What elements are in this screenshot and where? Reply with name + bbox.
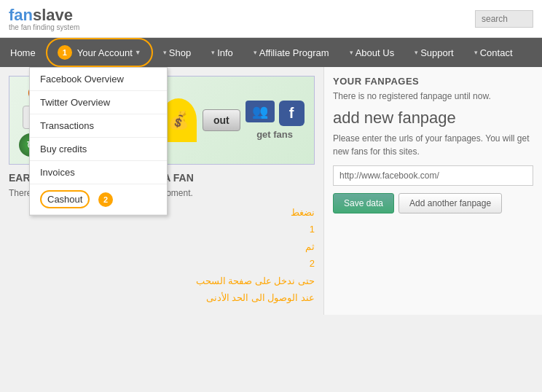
account-dropdown: Facebook Overview Twitter Overview Trans… xyxy=(29,67,168,216)
nav-item-shop[interactable]: ▾ Shop xyxy=(153,38,201,67)
navigation: Home 1 Your Account ▼ ▾ Shop ▾ Info ▾ Af… xyxy=(0,38,542,67)
nav-item-affiliate[interactable]: ▾ Affiliate Program xyxy=(243,38,339,67)
dropdown-twitter-overview[interactable]: Twitter Overview xyxy=(30,91,167,114)
dropdown-facebook-overview[interactable]: Facebook Overview xyxy=(30,68,167,91)
chevron-down-icon: ▾ xyxy=(254,49,257,56)
arabic-line-6: عند الوصول الى الحد الأدنى xyxy=(9,289,315,306)
nav-label-affiliate: Affiliate Program xyxy=(259,47,329,58)
arabic-line-3: ثم xyxy=(9,238,315,255)
facebook-icon: f xyxy=(279,101,305,126)
nav-item-your-account[interactable]: 1 Your Account ▼ xyxy=(46,38,153,67)
arabic-line-2: 1 xyxy=(9,221,315,238)
fanpage-url-input[interactable] xyxy=(333,165,533,186)
nav-label-info: Info xyxy=(217,47,233,58)
right-panel: YOUR FANPAGES There is no registered fan… xyxy=(323,67,542,315)
cashout-button[interactable]: out xyxy=(203,109,240,131)
arabic-line-4: 2 xyxy=(9,255,315,272)
chevron-down-icon: ▾ xyxy=(474,49,478,56)
logo-fan: fan xyxy=(9,6,33,24)
add-fanpage-desc: Please enter the urls of your fanpages. … xyxy=(333,132,533,158)
dropdown-badge-2: 2 xyxy=(98,192,113,207)
nav-label-your-account: Your Account xyxy=(77,47,133,58)
add-fanpage-button[interactable]: Add another fanpage xyxy=(398,193,502,213)
chevron-down-icon: ▾ xyxy=(350,49,353,56)
chevron-down-icon: ▾ xyxy=(163,49,167,56)
no-fanpage-text: There is no registered fanpage until now… xyxy=(333,91,533,101)
dropdown-buy-credits[interactable]: Buy credits xyxy=(30,138,167,161)
nav-badge-1: 1 xyxy=(58,45,72,60)
arabic-instructions: نضغط 1 ثم 2 حتى ندخل على صفحة السحب عند … xyxy=(9,204,315,306)
arabic-line-5: حتى ندخل على صفحة السحب xyxy=(9,273,315,289)
nav-label-support: Support xyxy=(420,47,454,58)
dropdown-cashout-label: Cashout xyxy=(47,194,82,205)
add-fanpage-title: add new fanpage xyxy=(333,109,533,128)
nav-item-home[interactable]: Home xyxy=(0,38,46,67)
logo: fanslave xyxy=(9,6,79,25)
nav-item-support[interactable]: ▾ Support xyxy=(404,38,464,67)
fanpage-section-title: YOUR FANPAGES xyxy=(333,76,533,87)
chevron-down-icon: ▾ xyxy=(415,49,418,56)
logo-subtitle: the fan finding system xyxy=(9,23,79,31)
friends-icon: 👥 xyxy=(246,101,275,122)
nav-item-contact[interactable]: ▾ Contact xyxy=(464,38,523,67)
logo-area: fanslave the fan finding system xyxy=(9,6,79,31)
dropdown-invoices[interactable]: Invoices xyxy=(30,161,167,184)
get-fans-label: get fans xyxy=(256,129,293,140)
search-input[interactable] xyxy=(475,10,533,28)
chevron-down-icon: ▾ xyxy=(211,49,215,56)
save-data-button[interactable]: Save data xyxy=(333,193,394,213)
fanpage-buttons: Save data Add another fanpage xyxy=(333,193,533,213)
nav-label-about: About Us xyxy=(356,47,394,58)
dropdown-transactions[interactable]: Transactions xyxy=(30,114,167,138)
nav-label-contact: Contact xyxy=(480,47,513,58)
dropdown-cashout[interactable]: Cashout 2 xyxy=(30,184,167,215)
cashout-section: 💰 out xyxy=(160,98,240,142)
nav-item-info[interactable]: ▾ Info xyxy=(201,38,243,67)
logo-slave: slave xyxy=(33,6,73,24)
get-fans-area: 👥 f get fans xyxy=(246,101,305,140)
chevron-down-icon: ▼ xyxy=(135,49,141,56)
nav-item-about[interactable]: ▾ About Us xyxy=(339,38,404,67)
header: fanslave the fan finding system xyxy=(0,0,542,38)
nav-label-shop: Shop xyxy=(169,47,191,58)
cashout-circle: Cashout xyxy=(40,190,90,208)
